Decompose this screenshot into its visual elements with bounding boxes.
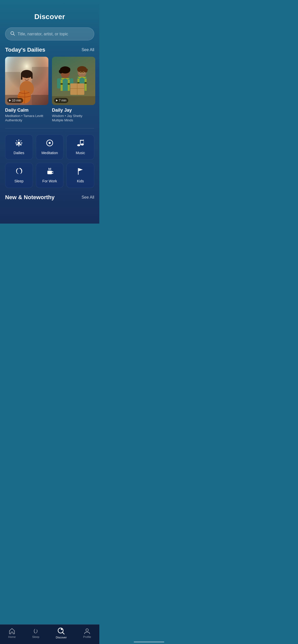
svg-line-52 bbox=[21, 141, 21, 141]
svg-rect-10 bbox=[31, 74, 33, 79]
new-noteworthy-title: New & Noteworthy bbox=[5, 194, 55, 201]
svg-rect-63 bbox=[47, 171, 52, 174]
jay-duration-badge: 7 min bbox=[54, 98, 68, 103]
play-icon-jay bbox=[56, 99, 58, 101]
svg-rect-36 bbox=[85, 79, 87, 91]
meditation-label: Meditation bbox=[42, 151, 58, 155]
svg-point-11 bbox=[24, 77, 26, 78]
category-for-work[interactable]: For Work bbox=[36, 163, 64, 188]
svg-point-12 bbox=[28, 77, 29, 78]
dailies-label: Dailies bbox=[13, 151, 24, 155]
daily-calm-image: 10 min bbox=[5, 57, 48, 105]
daily-jay-image: 7 min bbox=[52, 57, 95, 105]
svg-rect-64 bbox=[78, 168, 79, 175]
jay-duration: 7 min bbox=[59, 99, 66, 102]
new-noteworthy-see-all[interactable]: See All bbox=[82, 195, 94, 200]
search-bar[interactable]: Title, narrator, artist, or topic bbox=[5, 27, 94, 40]
svg-rect-62 bbox=[80, 140, 84, 141]
svg-point-8 bbox=[21, 70, 33, 78]
new-noteworthy-header: New & Noteworthy See All bbox=[0, 194, 99, 203]
calm-card-description: Authenticity bbox=[5, 118, 48, 122]
svg-rect-27 bbox=[68, 80, 70, 91]
kids-label: Kids bbox=[77, 179, 84, 183]
calm-card-title: Daily Calm bbox=[5, 108, 48, 113]
calm-card-subtitle: Meditation • Tamara Levitt bbox=[5, 114, 48, 118]
sleep-label: Sleep bbox=[14, 179, 23, 183]
page-title: Discover bbox=[5, 13, 94, 21]
svg-point-57 bbox=[49, 142, 51, 144]
todays-dailies-title: Today's Dailies bbox=[5, 47, 45, 53]
calm-duration-badge: 10 min bbox=[7, 98, 23, 103]
svg-rect-30 bbox=[57, 78, 61, 89]
dailies-scroll: 10 min Daily Calm Meditation • Tamara Le… bbox=[0, 57, 99, 128]
music-label: Music bbox=[76, 151, 85, 155]
for-work-icon bbox=[46, 168, 53, 177]
page-header: Discover bbox=[0, 0, 99, 23]
svg-rect-29 bbox=[68, 83, 70, 85]
svg-point-0 bbox=[11, 32, 14, 35]
daily-jay-card[interactable]: 7 min Daily Jay Wisdom • Jay Shetty Mult… bbox=[52, 57, 95, 122]
svg-point-58 bbox=[77, 144, 80, 146]
svg-point-45 bbox=[18, 142, 20, 144]
calm-duration: 10 min bbox=[12, 99, 21, 102]
category-music[interactable]: Music bbox=[66, 135, 94, 160]
svg-line-50 bbox=[17, 141, 17, 141]
search-icon bbox=[10, 31, 15, 37]
meditation-icon bbox=[46, 139, 53, 148]
divider-1 bbox=[5, 128, 94, 128]
jay-card-subtitle: Wisdom • Jay Shetty bbox=[52, 114, 95, 118]
dailies-icon bbox=[15, 139, 23, 148]
svg-rect-26 bbox=[61, 80, 63, 91]
sleep-icon bbox=[16, 168, 22, 177]
play-icon bbox=[9, 99, 11, 101]
category-meditation[interactable]: Meditation bbox=[36, 135, 64, 160]
jay-card-title: Daily Jay bbox=[52, 108, 95, 113]
category-kids[interactable]: Kids bbox=[66, 163, 94, 188]
search-placeholder: Title, narrator, artist, or topic bbox=[18, 32, 68, 36]
svg-point-24 bbox=[66, 67, 70, 71]
svg-point-59 bbox=[81, 143, 84, 145]
svg-rect-9 bbox=[21, 74, 22, 80]
svg-rect-38 bbox=[85, 82, 87, 84]
categories-grid: Dailies Meditation bbox=[0, 135, 99, 194]
svg-line-1 bbox=[13, 34, 15, 35]
music-icon bbox=[77, 139, 84, 148]
category-sleep[interactable]: Sleep bbox=[5, 163, 33, 188]
for-work-label: For Work bbox=[42, 179, 57, 183]
daily-calm-card[interactable]: 10 min Daily Calm Meditation • Tamara Le… bbox=[5, 57, 48, 122]
kids-icon bbox=[77, 168, 84, 177]
todays-dailies-header: Today's Dailies See All bbox=[0, 47, 99, 57]
category-dailies[interactable]: Dailies bbox=[5, 135, 33, 160]
svg-rect-28 bbox=[61, 83, 63, 85]
jay-card-description: Multiple Minds bbox=[52, 118, 95, 122]
todays-dailies-see-all[interactable]: See All bbox=[82, 48, 94, 52]
